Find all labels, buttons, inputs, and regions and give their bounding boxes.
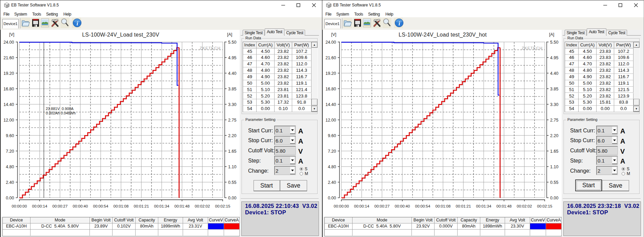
svg-text:5.50: 5.50	[550, 40, 558, 45]
svg-text:00:01:21: 00:01:21	[134, 204, 149, 208]
svg-text:00:00:14: 00:00:14	[354, 204, 369, 208]
svg-text:0.00: 0.00	[228, 196, 236, 200]
svg-text:12.00: 12.00	[3, 118, 14, 123]
svg-text:[V]: [V]	[331, 32, 336, 37]
svg-text:ZKETECH: ZKETECH	[522, 46, 543, 50]
svg-text:00:01:34: 00:01:34	[476, 204, 491, 208]
svg-text:2.75: 2.75	[228, 118, 236, 123]
svg-text:0.00: 0.00	[550, 196, 558, 200]
svg-text:9.60: 9.60	[328, 133, 336, 138]
svg-text:1.10: 1.10	[228, 165, 236, 169]
svg-text:3.30: 3.30	[228, 102, 236, 107]
svg-text:00:00:27: 00:00:27	[375, 204, 390, 208]
svg-text:00:01:48: 00:01:48	[497, 204, 512, 208]
svg-text:[A]: [A]	[549, 32, 554, 37]
svg-text:00:00:40: 00:00:40	[73, 204, 88, 208]
svg-text:00:02:02: 00:02:02	[517, 204, 532, 208]
svg-text:2.20: 2.20	[228, 133, 236, 138]
svg-text:2.40: 2.40	[6, 180, 14, 185]
svg-text:00:00:54: 00:00:54	[93, 204, 108, 208]
svg-text:4.80: 4.80	[6, 165, 14, 169]
svg-text:1.10: 1.10	[550, 165, 558, 169]
svg-text:2.75: 2.75	[550, 118, 558, 123]
svg-text:00:00:00: 00:00:00	[334, 204, 349, 208]
svg-text:0.55: 0.55	[228, 180, 236, 185]
svg-text:24.00: 24.00	[3, 40, 14, 45]
svg-text:19.20: 19.20	[3, 71, 14, 76]
svg-text:3.30: 3.30	[550, 102, 558, 107]
svg-text:00:01:08: 00:01:08	[114, 204, 129, 208]
svg-text:00:00:00: 00:00:00	[12, 204, 27, 208]
svg-text:14.40: 14.40	[325, 102, 336, 107]
svg-text:23.881V 0.900A: 23.881V 0.900A	[46, 107, 74, 111]
svg-text:00:01:48: 00:01:48	[175, 204, 190, 208]
svg-text:0.002Ah 0.048Wh: 0.002Ah 0.048Wh	[46, 111, 76, 115]
svg-text:00:02:15: 00:02:15	[215, 204, 230, 208]
svg-text:14.40: 14.40	[3, 102, 14, 107]
svg-text:ZKETECH: ZKETECH	[200, 46, 221, 50]
svg-text:7.20: 7.20	[328, 149, 336, 154]
svg-text:16.80: 16.80	[3, 87, 14, 91]
svg-text:[A]: [A]	[227, 32, 232, 37]
svg-text:4.80: 4.80	[328, 165, 336, 169]
svg-text:4.40: 4.40	[228, 71, 236, 76]
svg-text:00:00:40: 00:00:40	[395, 204, 410, 208]
svg-text:4.95: 4.95	[228, 56, 236, 60]
svg-text:00:00:54: 00:00:54	[415, 204, 430, 208]
svg-text:12.00: 12.00	[325, 118, 336, 123]
svg-text:1.65: 1.65	[228, 149, 236, 154]
svg-text:19.20: 19.20	[325, 71, 336, 76]
svg-text:0.00: 0.00	[328, 196, 336, 200]
svg-text:00:01:34: 00:01:34	[154, 204, 169, 208]
svg-text:16.80: 16.80	[325, 87, 336, 91]
svg-text:3.85: 3.85	[228, 87, 236, 91]
svg-text:0.55: 0.55	[550, 180, 558, 185]
svg-text:00:02:02: 00:02:02	[195, 204, 210, 208]
svg-text:4.40: 4.40	[550, 71, 558, 76]
svg-text:4.95: 4.95	[550, 56, 558, 60]
svg-text:2.20: 2.20	[550, 133, 558, 138]
svg-text:00:01:21: 00:01:21	[456, 204, 471, 208]
svg-text:00:02:15: 00:02:15	[537, 204, 552, 208]
svg-text:LS-100W-24V_Load test_230V: LS-100W-24V_Load test_230V	[82, 32, 159, 38]
svg-text:00:00:27: 00:00:27	[53, 204, 68, 208]
svg-text:00:00:14: 00:00:14	[32, 204, 47, 208]
svg-text:5.50: 5.50	[228, 40, 236, 45]
svg-text:21.60: 21.60	[325, 56, 336, 60]
svg-text:3.85: 3.85	[550, 87, 558, 91]
svg-text:1.65: 1.65	[550, 149, 558, 154]
svg-text:2.40: 2.40	[328, 180, 336, 185]
svg-text:24.00: 24.00	[325, 40, 336, 45]
svg-text:7.20: 7.20	[6, 149, 14, 154]
svg-text:9.60: 9.60	[6, 133, 14, 138]
svg-text:00:01:08: 00:01:08	[436, 204, 451, 208]
svg-text:[V]: [V]	[9, 32, 14, 37]
svg-text:21.60: 21.60	[3, 56, 14, 60]
svg-text:0.00: 0.00	[6, 196, 14, 200]
svg-text:LS-100W-24V_Load test_230V_hot: LS-100W-24V_Load test_230V_hot	[399, 32, 487, 38]
